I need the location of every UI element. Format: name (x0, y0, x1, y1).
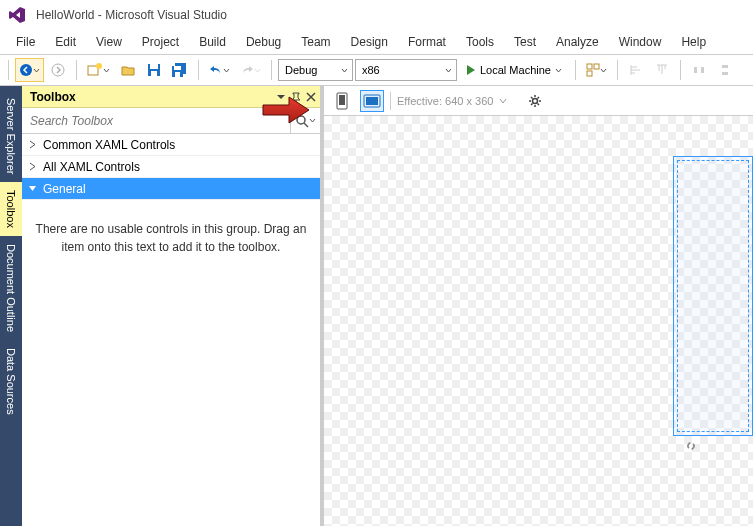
chevron-right-icon (28, 162, 37, 171)
menu-build[interactable]: Build (189, 32, 236, 52)
chevron-right-icon (28, 140, 37, 149)
gear-icon (528, 94, 542, 108)
side-tab-document-outline[interactable]: Document Outline (0, 236, 22, 340)
svg-rect-5 (150, 64, 158, 69)
design-canvas[interactable] (324, 116, 753, 526)
menu-debug[interactable]: Debug (236, 32, 291, 52)
tablet-landscape-button[interactable] (360, 90, 384, 112)
link-icon[interactable] (683, 438, 699, 454)
designer-area: Effective: 640 x 360 (324, 86, 753, 526)
nav-forward-button[interactable] (46, 58, 70, 82)
svg-rect-17 (722, 72, 728, 75)
annotation-arrow-icon (261, 95, 311, 125)
group-general[interactable]: General (22, 178, 320, 200)
config-value: Debug (285, 64, 317, 76)
menu-window[interactable]: Window (609, 32, 672, 52)
vs-logo-icon (8, 6, 26, 24)
nav-back-button[interactable] (15, 58, 44, 82)
svg-rect-6 (151, 71, 157, 76)
artboard[interactable] (673, 156, 753, 436)
svg-point-3 (96, 63, 102, 69)
title-bar: HelloWorld - Microsoft Visual Studio (0, 0, 753, 30)
menu-analyze[interactable]: Analyze (546, 32, 609, 52)
chevron-down-icon (28, 184, 37, 193)
toolbox-panel: Toolbox Common XAML Controls All XAML Co… (22, 86, 324, 526)
redo-button[interactable] (236, 58, 265, 82)
save-all-button[interactable] (168, 58, 192, 82)
play-icon (466, 64, 476, 76)
menu-test[interactable]: Test (504, 32, 546, 52)
svg-point-23 (533, 98, 538, 103)
group-button[interactable] (582, 58, 611, 82)
svg-point-1 (52, 64, 64, 76)
svg-rect-20 (339, 95, 345, 105)
menu-project[interactable]: Project (132, 32, 189, 52)
undo-button[interactable] (205, 58, 234, 82)
side-tab-server-explorer[interactable]: Server Explorer (0, 90, 22, 182)
svg-rect-16 (722, 65, 728, 68)
side-tab-strip: Server Explorer Toolbox Document Outline… (0, 86, 22, 526)
settings-button[interactable] (523, 90, 547, 112)
svg-rect-10 (175, 72, 180, 77)
menu-tools[interactable]: Tools (456, 32, 504, 52)
align-top-button (650, 58, 674, 82)
svg-rect-14 (694, 67, 697, 73)
menu-bar: File Edit View Project Build Debug Team … (0, 30, 753, 54)
run-target-label: Local Machine (480, 64, 551, 76)
group-all-xaml[interactable]: All XAML Controls (22, 156, 320, 178)
effective-size-label: Effective: 640 x 360 (397, 95, 493, 107)
distribute-v-button (713, 58, 737, 82)
side-tab-toolbox[interactable]: Toolbox (0, 182, 22, 236)
config-select[interactable]: Debug (278, 59, 353, 81)
toolbox-title: Toolbox (30, 90, 76, 104)
svg-rect-15 (701, 67, 704, 73)
menu-format[interactable]: Format (398, 32, 456, 52)
svg-rect-11 (587, 64, 592, 69)
platform-value: x86 (362, 64, 380, 76)
menu-design[interactable]: Design (341, 32, 398, 52)
distribute-h-button (687, 58, 711, 82)
svg-rect-12 (594, 64, 599, 69)
align-left-button (624, 58, 648, 82)
window-title: HelloWorld - Microsoft Visual Studio (36, 8, 227, 22)
svg-rect-9 (174, 66, 181, 70)
toolbox-empty-message: There are no usable controls in this gro… (22, 200, 320, 276)
open-file-button[interactable] (116, 58, 140, 82)
start-debug-button[interactable]: Local Machine (459, 58, 569, 82)
phone-portrait-button[interactable] (330, 90, 354, 112)
menu-help[interactable]: Help (671, 32, 716, 52)
standard-toolbar: Debug x86 Local Machine (0, 54, 753, 86)
designer-toolbar: Effective: 640 x 360 (324, 86, 753, 116)
svg-point-0 (20, 64, 32, 76)
menu-team[interactable]: Team (291, 32, 340, 52)
group-common-xaml[interactable]: Common XAML Controls (22, 134, 320, 156)
side-tab-data-sources[interactable]: Data Sources (0, 340, 22, 423)
platform-select[interactable]: x86 (355, 59, 457, 81)
menu-file[interactable]: File (6, 32, 45, 52)
new-project-button[interactable] (83, 58, 114, 82)
search-input[interactable] (22, 109, 290, 133)
chevron-down-icon[interactable] (499, 97, 507, 105)
svg-rect-13 (587, 71, 592, 76)
save-button[interactable] (142, 58, 166, 82)
menu-edit[interactable]: Edit (45, 32, 86, 52)
menu-view[interactable]: View (86, 32, 132, 52)
svg-rect-22 (366, 97, 378, 105)
